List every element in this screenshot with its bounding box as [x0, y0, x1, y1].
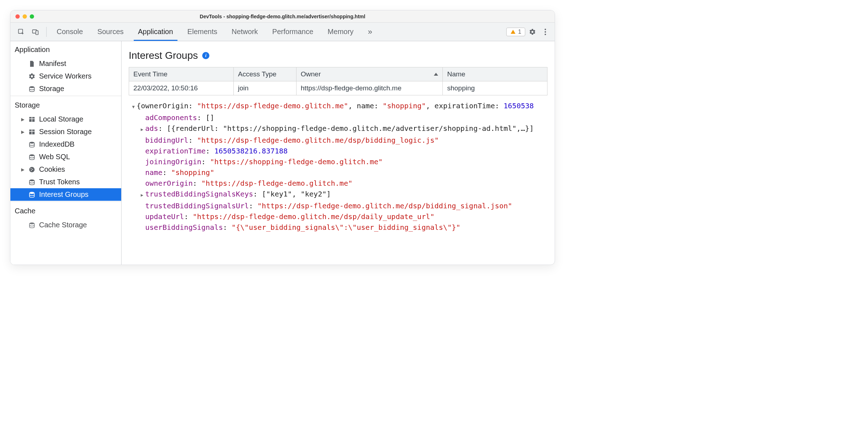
database-icon: [28, 141, 35, 148]
sidebar-item-interest-groups[interactable]: ▶ Interest Groups: [10, 188, 121, 201]
expand-toggle[interactable]: [139, 190, 144, 200]
warnings-badge[interactable]: 1: [506, 28, 525, 36]
svg-point-17: [29, 192, 34, 194]
sidebar-section-application: Application: [10, 41, 121, 57]
sidebar-item-label: IndexedDB: [39, 140, 75, 148]
titlebar: DevTools - shopping-fledge-demo.glitch.m…: [10, 10, 555, 23]
svg-point-11: [29, 154, 34, 156]
prop-key: name: [145, 168, 162, 177]
tab-network[interactable]: Network: [224, 23, 265, 41]
svg-point-14: [32, 169, 33, 170]
window-controls: [15, 14, 34, 19]
table-row[interactable]: 22/03/2022, 10:50:16 join https://dsp-fl…: [129, 81, 547, 95]
tab-sources[interactable]: Sources: [90, 23, 131, 41]
toggle-device-button[interactable]: [30, 26, 41, 38]
sidebar-item-label: Session Storage: [39, 128, 92, 136]
cookie-icon: [28, 166, 35, 173]
storage-icon: [28, 85, 35, 93]
expand-toggle[interactable]: [131, 101, 136, 112]
devtools-toolbar: Console Sources Application Elements Net…: [10, 23, 555, 41]
prop-key: ads: [145, 124, 158, 133]
tab-memory[interactable]: Memory: [321, 23, 361, 41]
sort-indicator-icon: [434, 73, 438, 76]
database-icon: [28, 179, 35, 186]
tab-application[interactable]: Application: [131, 23, 180, 41]
tab-performance[interactable]: Performance: [265, 23, 321, 41]
cell-name: shopping: [443, 81, 547, 95]
prop-key: expirationTime: [145, 147, 206, 155]
warnings-count: 1: [518, 29, 521, 35]
database-icon: [28, 191, 35, 198]
svg-point-13: [30, 168, 32, 169]
sidebar-item-web-sql[interactable]: ▶ Web SQL: [10, 151, 121, 163]
sidebar-item-storage[interactable]: ▶ Storage: [10, 82, 121, 95]
object-viewer[interactable]: {ownerOrigin: "https://dsp-fledge-demo.g…: [122, 95, 555, 265]
sidebar-item-trust-tokens[interactable]: ▶ Trust Tokens: [10, 176, 121, 188]
prop-key: updateUrl: [145, 212, 184, 221]
sidebar-item-label: Interest Groups: [39, 190, 89, 199]
svg-point-16: [29, 179, 34, 181]
sidebar-item-label: Service Workers: [39, 72, 91, 80]
minimize-window-button[interactable]: [23, 14, 27, 19]
panel-main: Interest Groups i Event Time Access Type…: [122, 41, 555, 265]
close-window-button[interactable]: [15, 14, 20, 19]
sidebar-item-session-storage[interactable]: ▶ Session Storage: [10, 125, 121, 138]
kebab-menu-button[interactable]: [540, 26, 551, 38]
devtools-window: DevTools - shopping-fledge-demo.glitch.m…: [10, 10, 555, 265]
svg-point-12: [29, 167, 35, 172]
info-icon[interactable]: i: [202, 52, 209, 59]
panel-title: Interest Groups: [129, 50, 198, 61]
col-name[interactable]: Name: [443, 67, 547, 81]
svg-point-3: [29, 86, 34, 88]
col-owner[interactable]: Owner: [296, 67, 442, 81]
panel-tabs: Console Sources Application Elements Net…: [49, 23, 506, 41]
panel-heading: Interest Groups i: [122, 41, 555, 67]
interest-groups-table: Event Time Access Type Owner Name 22/03/…: [129, 67, 547, 95]
window-title: DevTools - shopping-fledge-demo.glitch.m…: [10, 14, 555, 19]
prop-key: ownerOrigin: [145, 179, 193, 188]
col-event-time[interactable]: Event Time: [129, 67, 234, 81]
sidebar-item-indexeddb[interactable]: ▶ IndexedDB: [10, 138, 121, 151]
maximize-window-button[interactable]: [30, 14, 34, 19]
col-access-type[interactable]: Access Type: [233, 67, 296, 81]
sidebar-item-label: Manifest: [39, 60, 66, 68]
svg-point-15: [31, 170, 32, 171]
prop-key: userBiddingSignals: [145, 223, 223, 232]
table-icon: [28, 116, 35, 123]
gear-icon: [28, 73, 35, 80]
sidebar-section-storage: Storage: [10, 97, 121, 113]
sidebar-item-cookies[interactable]: ▶ Cookies: [10, 163, 121, 176]
tab-elements[interactable]: Elements: [180, 23, 224, 41]
prop-key: trustedBiddingSignalsKeys: [145, 190, 253, 198]
sidebar-item-manifest[interactable]: ▶ Manifest: [10, 57, 121, 70]
sidebar-section-cache: Cache: [10, 203, 121, 219]
settings-button[interactable]: [527, 26, 538, 38]
prop-key: trustedBiddingSignalsUrl: [145, 202, 249, 210]
sidebar-item-local-storage[interactable]: ▶ Local Storage: [10, 113, 121, 125]
sidebar-item-label: Storage: [39, 85, 64, 93]
more-tabs-button[interactable]: »: [361, 23, 379, 41]
file-icon: [28, 60, 35, 67]
svg-point-10: [29, 142, 34, 143]
sidebar-item-label: Cookies: [39, 165, 65, 174]
separator: [46, 27, 47, 37]
application-sidebar: Application ▶ Manifest ▶ Service Workers…: [10, 41, 122, 265]
sidebar-item-service-workers[interactable]: ▶ Service Workers: [10, 70, 121, 82]
svg-rect-2: [36, 30, 38, 34]
prop-key: joiningOrigin: [145, 157, 201, 166]
table-header-row: Event Time Access Type Owner Name: [129, 67, 547, 81]
sidebar-item-cache-storage[interactable]: ▶ Cache Storage: [10, 219, 121, 231]
expand-toggle[interactable]: [139, 124, 144, 135]
svg-point-18: [29, 222, 34, 224]
sidebar-item-label: Cache Storage: [39, 221, 87, 229]
prop-key: biddingUrl: [145, 136, 188, 144]
sidebar-item-label: Trust Tokens: [39, 178, 80, 186]
database-icon: [28, 222, 35, 229]
table-icon: [28, 128, 35, 136]
prop-key: adComponents: [145, 113, 197, 122]
cell-access-type: join: [233, 81, 296, 95]
cell-event-time: 22/03/2022, 10:50:16: [129, 81, 234, 95]
inspect-element-button[interactable]: [15, 26, 27, 38]
sidebar-item-label: Local Storage: [39, 115, 83, 123]
tab-console[interactable]: Console: [49, 23, 90, 41]
